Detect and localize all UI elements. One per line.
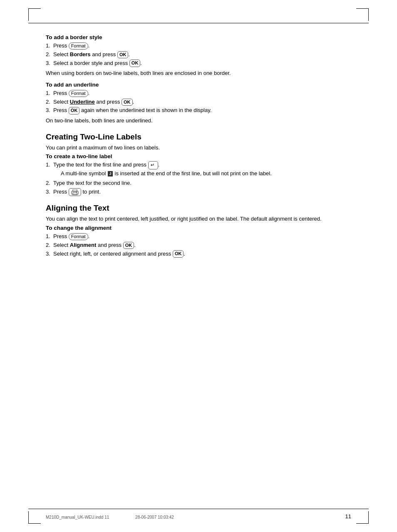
border-style-title: To add a border style: [46, 34, 351, 40]
creating-labels-title: Creating Two-Line Labels: [46, 132, 351, 142]
step-underline-1: 1. Press Format.: [46, 89, 351, 98]
creating-labels-intro: You can print a maximum of two lines on …: [46, 144, 351, 152]
step-align-2: 2. Select Alignment and press OK.: [46, 241, 351, 250]
aligning-intro: You can align the text to print centered…: [46, 215, 351, 223]
change-alignment-title: To change the alignment: [46, 225, 351, 231]
underline-text: Underline: [70, 99, 95, 105]
section-aligning: Aligning the Text You can align the text…: [46, 204, 351, 258]
corner-mark-tr-horizontal: [356, 8, 369, 9]
print-icon: [71, 189, 79, 195]
corner-mark-br-horizontal: [356, 523, 369, 524]
footer-filename: M210D_manual_UK-WEU.indd 11: [46, 515, 109, 520]
page: To add a border style 1. Press Format. 2…: [0, 0, 397, 532]
border-style-steps: 1. Press Format. 2. Select Borders and p…: [46, 42, 351, 67]
underline-title: To add an underline: [46, 82, 351, 88]
borders-bold: Borders: [70, 51, 91, 57]
footer-text: M210D_manual_UK-WEU.indd 11 28-06-2007 1…: [46, 515, 174, 520]
step-twoline-3: 3. Press to print.: [46, 188, 351, 196]
section-underline: To add an underline 1. Press Format. 2. …: [46, 82, 351, 125]
step-align-3-num: 3.: [46, 250, 50, 259]
step-underline-3-num: 3.: [46, 106, 50, 115]
step-underline-2-num: 2.: [46, 98, 50, 107]
step-twoline-3-num: 3.: [46, 188, 50, 196]
format-key-3: Format: [69, 233, 88, 240]
step-border-1: 1. Press Format.: [46, 42, 351, 50]
step-border-3: 3. Select a border style and press OK.: [46, 59, 351, 68]
footer-date: 28-06-2007 10:03:42: [135, 515, 174, 520]
alignment-bold: Alignment: [70, 242, 97, 248]
step-align-2-num: 2.: [46, 241, 50, 250]
main-content: To add a border style 1. Press Format. 2…: [46, 34, 351, 258]
step-twoline-1-num: 1.: [46, 161, 50, 169]
step-border-3-num: 3.: [46, 59, 50, 68]
ok-key-1: OK: [117, 51, 129, 58]
create-two-line-steps: 1. Type the text for the first line and …: [46, 161, 351, 196]
step-underline-1-num: 1.: [46, 89, 50, 98]
page-number: 11: [345, 513, 351, 520]
step-twoline-2: 2. Type the text for the second line.: [46, 179, 351, 188]
underline-bold: Underline: [70, 99, 95, 105]
section-creating-labels: Creating Two-Line Labels You can print a…: [46, 132, 351, 196]
multiline-symbol: J: [108, 171, 113, 177]
enter-key: ↵: [148, 161, 158, 169]
corner-mark-tr-vertical: [368, 8, 369, 21]
step-align-1-num: 1.: [46, 232, 50, 241]
border-style-note: When using borders on two-line labels, b…: [46, 69, 351, 77]
aligning-title: Aligning the Text: [46, 204, 351, 213]
corner-mark-br-vertical: [368, 511, 369, 524]
format-key-2: Format: [69, 90, 88, 97]
ok-key-4: OK: [69, 107, 80, 114]
create-two-line-title: To create a two-line label: [46, 153, 351, 159]
underline-steps: 1. Press Format. 2. Select Underline and…: [46, 89, 351, 115]
ok-key-6: OK: [173, 250, 184, 257]
step-align-3: 3. Select right, left, or centered align…: [46, 250, 351, 259]
underline-note: On two-line labels, both lines are under…: [46, 117, 351, 125]
section-border-style: To add a border style 1. Press Format. 2…: [46, 34, 351, 77]
format-key-1: Format: [69, 42, 88, 50]
corner-mark-bl-horizontal: [28, 523, 41, 524]
corner-mark-tl-vertical: [28, 8, 29, 21]
top-rule: [28, 23, 369, 23]
step-border-1-num: 1.: [46, 42, 50, 50]
ok-key-2: OK: [129, 60, 141, 67]
alignment-steps: 1. Press Format. 2. Select Alignment and…: [46, 232, 351, 258]
svg-point-3: [76, 191, 77, 192]
ok-key-3: OK: [122, 99, 133, 106]
step-underline-2: 2. Select Underline and press OK.: [46, 98, 351, 107]
step-underline-3: 3. Press OK again when the underlined te…: [46, 106, 351, 115]
step-align-1: 1. Press Format.: [46, 232, 351, 241]
step-twoline-1: 1. Type the text for the first line and …: [46, 161, 351, 169]
step-border-2: 2. Select Borders and press OK.: [46, 50, 351, 59]
step-border-2-num: 2.: [46, 50, 50, 59]
corner-mark-tl-horizontal: [28, 8, 41, 9]
bottom-rule: [28, 509, 369, 509]
print-key: [69, 188, 81, 196]
step-twoline-1-indent: A multi-line symbol J is inserted at the…: [46, 169, 351, 178]
ok-key-5: OK: [123, 242, 134, 249]
corner-mark-bl-vertical: [28, 511, 29, 524]
step-twoline-2-num: 2.: [46, 179, 50, 188]
